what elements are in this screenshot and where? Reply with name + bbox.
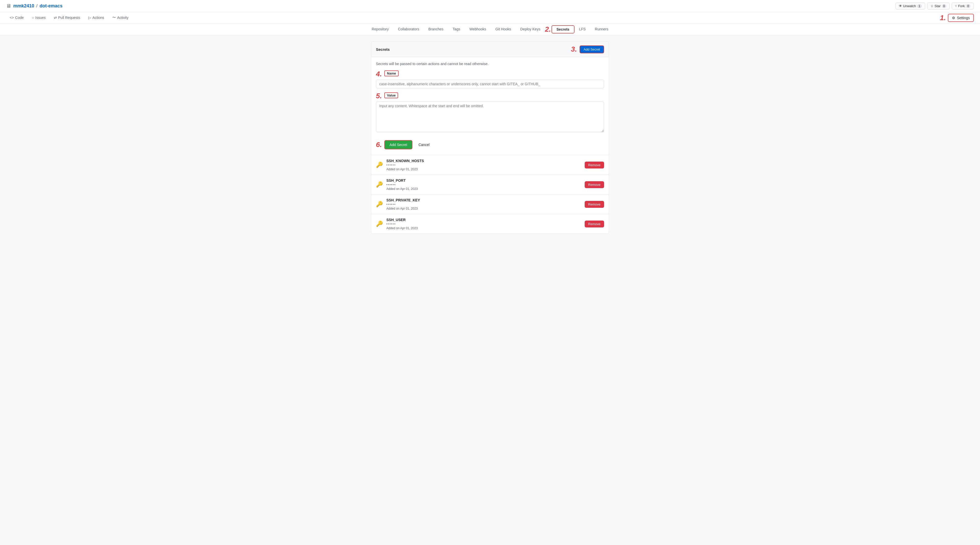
list-item: 🔑 SSH_KNOWN_HOSTS •••••• Added on Apr 01… <box>371 155 609 175</box>
subnav-collaborators[interactable]: Collaborators <box>393 24 424 35</box>
settings-label: Settings <box>957 16 970 20</box>
top-actions: 👁 Unwatch 1 ☆ Star 0 ⑂ Fork 0 <box>896 3 974 10</box>
issues-icon: ○ <box>32 16 34 20</box>
nav-actions[interactable]: ▷ Actions <box>85 13 108 23</box>
subnav-git-hooks[interactable]: Git Hooks <box>491 24 515 35</box>
list-item: 🔑 SSH_PRIVATE_KEY •••••• Added on Apr 01… <box>371 194 609 214</box>
form-actions: 6. Add Secret Cancel <box>376 137 604 150</box>
secret-info: SSH_PRIVATE_KEY •••••• Added on Apr 01, … <box>387 198 581 210</box>
nav-issues[interactable]: ○ Issues <box>28 13 49 23</box>
annotation-2: 2. <box>545 25 551 33</box>
annotation-3: 3. <box>571 45 577 53</box>
secrets-description: Secrets will be passed to certain action… <box>376 62 604 66</box>
activity-icon: 〜 <box>112 15 116 20</box>
secret-date: Added on Apr 01, 2023 <box>387 226 581 230</box>
subnav-secrets[interactable]: Secrets <box>552 25 575 33</box>
star-label: Star <box>935 4 941 8</box>
top-nav: 🖥 mmk2410 / dot-emacs 👁 Unwatch 1 ☆ Star… <box>0 0 980 12</box>
subnav-runners[interactable]: Runners <box>590 24 613 35</box>
secret-info: SSH_USER •••••• Added on Apr 01, 2023 <box>387 218 581 230</box>
fork-button[interactable]: ⑂ Fork 0 <box>952 3 974 10</box>
repo-owner[interactable]: mmk2410 <box>13 3 34 9</box>
key-icon: 🔑 <box>376 221 383 227</box>
nav-code[interactable]: <> Code <box>6 13 27 23</box>
list-item: 🔑 SSH_USER •••••• Added on Apr 01, 2023 … <box>371 214 609 234</box>
add-secret-header-button[interactable]: Add Secret <box>579 45 604 53</box>
key-icon: 🔑 <box>376 201 383 207</box>
star-icon: ☆ <box>931 4 934 8</box>
name-label: Name <box>384 70 398 76</box>
name-form-group: 4. Name <box>376 70 604 88</box>
secret-name: SSH_KNOWN_HOSTS <box>387 159 581 163</box>
key-icon: 🔑 <box>376 162 383 168</box>
repo-slash: / <box>36 3 38 9</box>
remove-button[interactable]: Remove <box>585 201 604 208</box>
cancel-button[interactable]: Cancel <box>415 141 433 149</box>
subnav-lfs[interactable]: LFS <box>574 24 590 35</box>
secret-dots: •••••• <box>387 222 581 226</box>
nav-activity[interactable]: 〜 Activity <box>109 12 132 24</box>
repo-name[interactable]: dot-emacs <box>40 3 62 9</box>
secret-date: Added on Apr 01, 2023 <box>387 167 581 171</box>
secrets-title: Secrets <box>376 47 390 51</box>
star-count: 0 <box>942 4 947 8</box>
secondary-nav: <> Code ○ Issues ⇄ Pull Requests ▷ Actio… <box>0 12 980 24</box>
subnav-webhooks[interactable]: Webhooks <box>465 24 491 35</box>
value-form-group: 5. Value <box>376 92 604 133</box>
list-item: 🔑 SSH_PORT •••••• Added on Apr 01, 2023 … <box>371 175 609 194</box>
remove-button[interactable]: Remove <box>585 221 604 228</box>
subnav-branches[interactable]: Branches <box>424 24 448 35</box>
code-icon: <> <box>10 16 14 20</box>
secret-name: SSH_PRIVATE_KEY <box>387 198 581 202</box>
annotation-1: 1. <box>940 14 946 22</box>
secret-date: Added on Apr 01, 2023 <box>387 207 581 210</box>
secret-info: SSH_KNOWN_HOSTS •••••• Added on Apr 01, … <box>387 159 581 171</box>
secret-info: SSH_PORT •••••• Added on Apr 01, 2023 <box>387 178 581 191</box>
secret-dots: •••••• <box>387 183 581 186</box>
secret-dots: •••••• <box>387 163 581 167</box>
repo-title: 🖥 mmk2410 / dot-emacs <box>6 3 62 9</box>
nav-pull-requests[interactable]: ⇄ Pull Requests <box>50 13 84 23</box>
secrets-list: 🔑 SSH_KNOWN_HOSTS •••••• Added on Apr 01… <box>371 155 609 234</box>
annotation-5: 5. <box>376 92 382 100</box>
secret-name: SSH_USER <box>387 218 581 222</box>
remove-button[interactable]: Remove <box>585 162 604 169</box>
unwatch-count: 1 <box>917 4 922 8</box>
unwatch-button[interactable]: 👁 Unwatch 1 <box>896 3 925 10</box>
repo-icon: 🖥 <box>6 3 11 9</box>
secrets-panel: Secrets 3. Add Secret Secrets will be pa… <box>371 41 609 234</box>
actions-icon: ▷ <box>88 16 91 20</box>
name-input[interactable] <box>376 80 604 88</box>
value-label: Value <box>384 92 398 98</box>
secret-date: Added on Apr 01, 2023 <box>387 187 581 191</box>
add-secret-form-button[interactable]: Add Secret <box>384 140 412 149</box>
key-icon: 🔑 <box>376 181 383 188</box>
fork-label: Fork <box>958 4 965 8</box>
pr-icon: ⇄ <box>54 16 57 20</box>
settings-button[interactable]: ⚙ Settings <box>948 14 974 22</box>
star-button[interactable]: ☆ Star 0 <box>927 3 950 10</box>
subnav-repository[interactable]: Repository <box>367 24 393 35</box>
remove-button[interactable]: Remove <box>585 181 604 188</box>
subnav-deploy-keys[interactable]: Deploy Keys <box>516 24 545 35</box>
annotation-6: 6. <box>376 141 382 149</box>
secret-name: SSH_PORT <box>387 178 581 183</box>
unwatch-label: Unwatch <box>903 4 916 8</box>
secrets-header: Secrets 3. Add Secret <box>371 41 609 57</box>
subnav-tags[interactable]: Tags <box>448 24 465 35</box>
secret-dots: •••••• <box>387 203 581 206</box>
eye-icon: 👁 <box>899 4 902 8</box>
fork-icon: ⑂ <box>955 4 957 8</box>
settings-subnav: Repository Collaborators Branches Tags W… <box>0 24 980 35</box>
secrets-form-area: Secrets will be passed to certain action… <box>371 57 609 155</box>
annotation-4: 4. <box>376 70 382 78</box>
gear-icon: ⚙ <box>952 16 955 20</box>
value-textarea[interactable] <box>376 102 604 132</box>
main-content: Secrets 3. Add Secret Secrets will be pa… <box>365 41 615 234</box>
fork-count: 0 <box>966 4 970 8</box>
